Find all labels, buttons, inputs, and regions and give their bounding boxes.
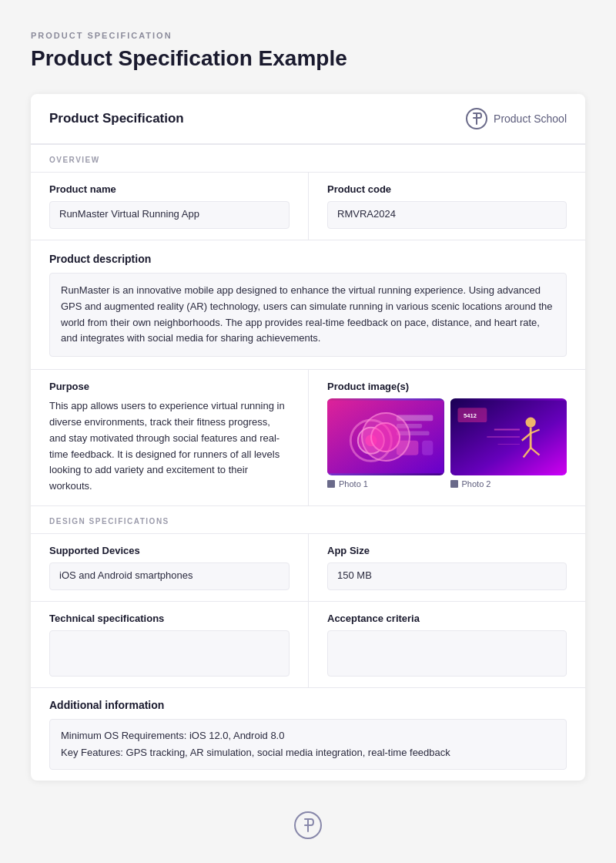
- supported-devices-value: iOS and Android smartphones: [49, 562, 290, 590]
- purpose-text: This app allows users to experience virt…: [49, 398, 290, 495]
- acceptance-label: Acceptance criteria: [327, 613, 567, 624]
- name-code-row: Product name RunMaster Virtual Running A…: [31, 172, 585, 240]
- product-code-label: Product code: [327, 183, 567, 195]
- photo1-icon: [327, 480, 335, 488]
- photo1-caption: Photo 1: [327, 479, 444, 489]
- product-images-label: Product image(s): [327, 381, 567, 392]
- product-spec-card: Product Specification Product School OVE…: [31, 94, 585, 781]
- page-title: Product Specification Example: [31, 46, 585, 71]
- purpose-cell: Purpose This app allows users to experie…: [31, 370, 308, 505]
- tech-specs-cell: Technical specifications: [31, 602, 308, 687]
- acceptance-value: [327, 630, 567, 677]
- devices-size-row: Supported Devices iOS and Android smartp…: [31, 533, 585, 601]
- description-text: RunMaster is an innovative mobile app de…: [49, 273, 567, 357]
- image-item-1: Photo 1: [327, 398, 444, 489]
- card-header-title: Product Specification: [49, 111, 184, 126]
- design-specs-label: DESIGN SPECIFICATIONS: [31, 505, 585, 533]
- additional-info-section: Additional information Minimum OS Requir…: [31, 687, 585, 781]
- product-code-value: RMVRA2024: [327, 201, 567, 229]
- svg-rect-0: [327, 401, 444, 474]
- additional-line1: Minimum OS Requirements: iOS 12.0, Andro…: [61, 727, 555, 744]
- supported-devices-label: Supported Devices: [49, 545, 290, 556]
- additional-text: Minimum OS Requirements: iOS 12.0, Andro…: [49, 719, 567, 770]
- purpose-label: Purpose: [49, 381, 290, 392]
- svg-rect-8: [422, 441, 433, 455]
- photo2-icon: [450, 480, 458, 488]
- photo2-caption: Photo 2: [450, 479, 567, 489]
- page-header: PRODUCT SPECIFICATION Product Specificat…: [31, 31, 585, 71]
- image-item-2: 5412 Photo 2: [450, 398, 567, 489]
- svg-point-3: [365, 435, 377, 446]
- svg-point-10: [525, 418, 535, 428]
- brand-icon: [466, 108, 487, 129]
- svg-rect-6: [397, 432, 430, 436]
- product-code-cell: Product code RMVRA2024: [308, 173, 585, 240]
- app-size-cell: App Size 150 MB: [308, 534, 585, 601]
- images-cell: Product image(s): [308, 370, 585, 505]
- additional-title: Additional information: [49, 699, 567, 711]
- svg-point-2: [358, 428, 384, 454]
- overview-section-label: OVERVIEW: [31, 144, 585, 172]
- images-grid: Photo 1: [327, 398, 567, 489]
- brand-logo: Product School: [466, 108, 567, 129]
- product-name-cell: Product name RunMaster Virtual Running A…: [31, 173, 308, 240]
- purpose-images-row: Purpose This app allows users to experie…: [31, 369, 585, 505]
- card-header: Product Specification Product School: [31, 94, 585, 144]
- product-name-value: RunMaster Virtual Running App: [49, 201, 290, 229]
- tech-specs-value: [49, 630, 290, 677]
- additional-line2: Key Features: GPS tracking, AR simulatio…: [61, 744, 555, 761]
- page-label: PRODUCT SPECIFICATION: [31, 31, 585, 40]
- tech-acceptance-row: Technical specifications Acceptance crit…: [31, 601, 585, 687]
- tech-specs-label: Technical specifications: [49, 613, 290, 624]
- svg-text:5412: 5412: [464, 413, 477, 420]
- description-title: Product description: [49, 253, 567, 265]
- app-size-value: 150 MB: [327, 562, 567, 590]
- app-size-label: App Size: [327, 545, 567, 556]
- svg-rect-5: [397, 424, 422, 428]
- acceptance-cell: Acceptance criteria: [308, 602, 585, 687]
- brand-name: Product School: [494, 112, 567, 125]
- product-name-label: Product name: [49, 183, 290, 195]
- svg-rect-7: [397, 441, 418, 455]
- product-image-1: [327, 398, 444, 475]
- description-section: Product description RunMaster is an inno…: [31, 240, 585, 369]
- footer-icon: [294, 811, 322, 839]
- footer: [31, 811, 585, 839]
- supported-devices-cell: Supported Devices iOS and Android smartp…: [31, 534, 308, 601]
- product-image-2: 5412: [450, 398, 567, 475]
- svg-rect-4: [397, 415, 433, 421]
